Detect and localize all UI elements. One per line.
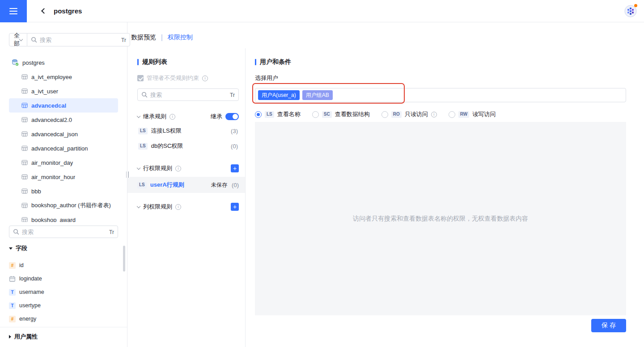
rule-item[interactable]: LS 连接LS权限 (3) xyxy=(137,126,239,136)
user-tag[interactable]: 用户A(user_a) xyxy=(258,90,300,100)
chevron-left-icon xyxy=(41,8,47,14)
text-field-icon: T xyxy=(9,302,16,309)
chevron-down-icon xyxy=(137,114,140,117)
chevron-down-icon xyxy=(137,204,140,208)
fields-search-input[interactable] xyxy=(22,229,106,235)
table-icon xyxy=(21,159,28,166)
table-icon xyxy=(21,117,28,123)
text-match-toggle-icon[interactable] xyxy=(230,91,235,99)
topbar: postgres xyxy=(0,0,644,22)
sidebar: 全部 xyxy=(0,22,127,347)
scope-filter-dropdown[interactable]: 全部 xyxy=(9,33,27,46)
field-item[interactable]: T username xyxy=(9,285,118,299)
conditions-title: 用户和条件 xyxy=(255,58,626,66)
info-icon[interactable] xyxy=(431,112,437,117)
rule-list-column: 规则列表 管理者不受规则约束 继承规则 xyxy=(127,48,246,347)
title-accent-bar xyxy=(255,59,256,65)
triangle-down-icon xyxy=(9,247,13,250)
text-field-icon: T xyxy=(9,289,16,296)
info-icon[interactable] xyxy=(202,75,208,81)
tree-item-table-selected[interactable]: advancedcal xyxy=(9,98,118,113)
notification-dot xyxy=(634,4,637,7)
tree-item-table[interactable]: bookshop_award xyxy=(9,213,118,222)
search-icon xyxy=(31,37,37,43)
tree-item-database[interactable]: postgres xyxy=(9,55,118,70)
back-button[interactable] xyxy=(38,7,47,16)
sidebar-resize-handle[interactable] xyxy=(125,171,130,178)
tree-search-input[interactable] xyxy=(40,37,119,43)
rule-item-selected[interactable]: LS userA行规则 未保存 (0) xyxy=(127,177,245,193)
permission-option-view-name[interactable]: LS 查看名称 xyxy=(255,110,301,118)
scope-filter-value: 全部 xyxy=(14,32,20,48)
database-icon xyxy=(12,59,19,66)
main-area: 数据预览 权限控制 规则列表 管理者不受规则约束 xyxy=(127,22,644,347)
field-item[interactable]: # energy xyxy=(9,312,118,326)
tree-item-table[interactable]: advancedcal_json xyxy=(9,127,118,141)
table-icon xyxy=(21,202,28,209)
info-icon[interactable] xyxy=(169,114,175,120)
add-row-rule-button[interactable] xyxy=(231,164,239,172)
admin-exempt-checkbox[interactable] xyxy=(137,75,144,81)
text-match-toggle-icon[interactable] xyxy=(109,228,114,236)
app-logo[interactable] xyxy=(624,5,637,17)
fields-search-box xyxy=(9,226,118,238)
inherit-rules-section-header[interactable]: 继承规则 继承 xyxy=(137,113,239,121)
field-item[interactable]: logindate xyxy=(9,272,118,285)
save-button[interactable]: 保 存 xyxy=(591,319,626,332)
tab-data-preview[interactable]: 数据预览 xyxy=(131,33,156,42)
table-icon xyxy=(21,145,28,151)
field-item[interactable]: T usertype xyxy=(9,299,118,312)
table-tree: postgres a_ivt_employee a_ivt_user advan… xyxy=(9,55,118,222)
table-icon xyxy=(21,188,28,194)
text-match-toggle-icon[interactable] xyxy=(121,36,126,44)
tree-search-box xyxy=(27,33,130,46)
tree-item-table[interactable]: air_monitor_hour xyxy=(9,170,118,184)
rules-search-box xyxy=(137,88,239,101)
permission-preview-panel: 访问者只有搜索和查看数据表名称的权限，无权查看数据表内容 xyxy=(255,122,626,315)
tree-item-table[interactable]: air_monitor_day xyxy=(9,155,118,170)
fields-section-header[interactable]: 字段 xyxy=(9,244,118,252)
tab-permission-control[interactable]: 权限控制 xyxy=(168,33,193,42)
permission-option-read-write[interactable]: RW 读写访问 xyxy=(449,110,496,118)
tree-item-table[interactable]: bbb xyxy=(9,184,118,198)
field-item[interactable]: # id xyxy=(9,259,118,272)
radio-selected-icon[interactable] xyxy=(255,111,262,118)
radio-icon[interactable] xyxy=(449,111,455,118)
info-icon[interactable] xyxy=(175,204,181,210)
radio-icon[interactable] xyxy=(381,111,388,118)
field-list: # id logindate T username xyxy=(9,259,118,326)
user-attributes-section[interactable]: 用户属性 xyxy=(0,327,127,341)
tree-item-table[interactable]: a_ivt_user xyxy=(9,84,118,98)
permission-option-view-structure[interactable]: SC 查看数据结构 xyxy=(312,110,370,118)
add-column-rule-button[interactable] xyxy=(231,203,239,211)
inherit-toggle-switch[interactable] xyxy=(225,113,239,120)
table-icon xyxy=(21,74,28,80)
tree-item-table[interactable]: a_ivt_employee xyxy=(9,70,118,84)
select-user-label: 选择用户 xyxy=(255,74,626,82)
radio-icon[interactable] xyxy=(312,111,319,118)
number-field-icon: # xyxy=(9,316,16,322)
table-icon xyxy=(21,88,28,94)
column-rules-section-header[interactable]: 列权限规则 xyxy=(137,203,239,211)
conditions-column: 用户和条件 选择用户 用户A(user_a) 用户组AB LS 查看名称 xyxy=(246,48,644,347)
admin-exempt-row: 管理者不受规则约束 xyxy=(137,74,239,82)
user-select-input[interactable]: 用户A(user_a) 用户组AB xyxy=(255,88,626,102)
rule-type-badge: LS xyxy=(137,182,147,188)
rule-item[interactable]: LS db的SC权限 (0) xyxy=(137,141,239,151)
user-group-tag[interactable]: 用户组AB xyxy=(302,90,333,100)
rule-type-badge: LS xyxy=(138,143,148,150)
chevron-down-icon xyxy=(137,166,140,169)
row-rules-section-header[interactable]: 行权限规则 xyxy=(137,164,239,172)
number-field-icon: # xyxy=(9,262,16,269)
permission-option-read-only[interactable]: RO 只读访问 xyxy=(381,110,437,118)
sidebar-scrollbar[interactable] xyxy=(123,246,125,272)
view-tabs: 数据预览 权限控制 xyxy=(131,33,193,42)
tree-item-table[interactable]: advancedcal_partition xyxy=(9,141,118,155)
hamburger-menu-button[interactable] xyxy=(0,0,27,22)
tree-item-table[interactable]: advancedcal2.0 xyxy=(9,113,118,127)
table-icon xyxy=(21,131,28,137)
rules-search-input[interactable] xyxy=(150,92,227,98)
chevron-down-icon xyxy=(19,37,23,41)
tree-item-table[interactable]: bookshop_author (书籍作者表) xyxy=(9,198,118,213)
info-icon[interactable] xyxy=(175,166,181,171)
